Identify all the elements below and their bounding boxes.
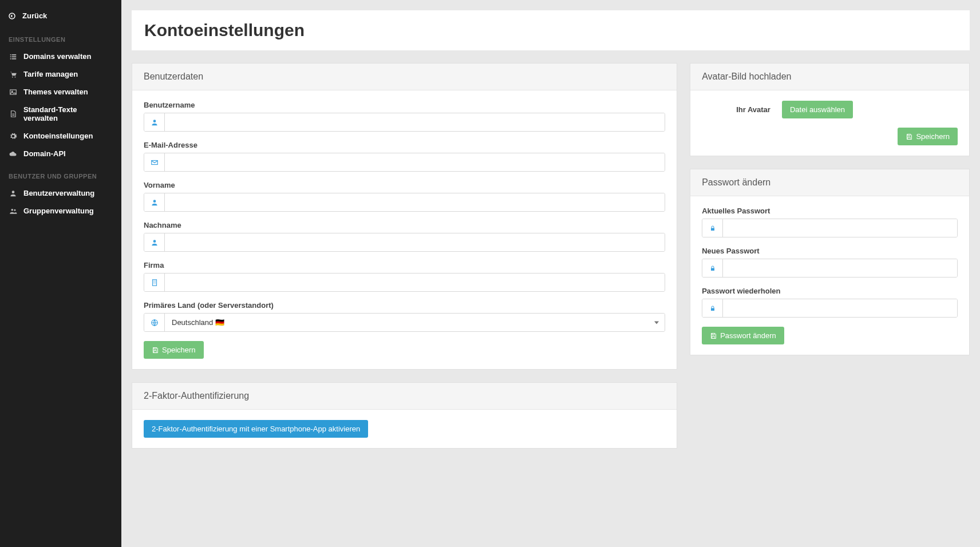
activate-2fa-button[interactable]: 2-Faktor-Authentifizierung mit einer Sma… <box>144 420 368 438</box>
activate-2fa-label: 2-Faktor-Authentifizierung mit einer Sma… <box>152 425 360 433</box>
current-password-label: Aktuelles Passwort <box>702 207 958 215</box>
change-password-label: Passwort ändern <box>720 331 776 340</box>
country-label: Primäres Land (oder Serverstandort) <box>144 301 665 310</box>
sidebar-section-users-groups: BENUTZER UND GRUPPEN <box>0 162 121 184</box>
sidebar-item-label: Standard-Texte verwalten <box>23 105 113 122</box>
sidebar-item-domain-api[interactable]: Domain-API <box>0 145 121 162</box>
sidebar-item-label: Benutzerverwaltung <box>23 189 94 197</box>
sidebar-item-label: Kontoeinstellungen <box>23 132 93 140</box>
twofa-panel: 2-Faktor-Authentifizierung 2-Faktor-Auth… <box>132 382 677 449</box>
page-title: Kontoeinstellungen <box>144 21 957 40</box>
sidebar-section-settings: EINSTELLUNGEN <box>0 26 121 47</box>
svg-rect-22 <box>908 134 910 136</box>
sidebar-item-texts[interactable]: Standard-Texte verwalten <box>0 101 121 127</box>
user-icon <box>144 193 165 211</box>
svg-rect-18 <box>152 279 156 286</box>
sidebar-item-label: Themes verwalten <box>23 88 88 96</box>
password-panel: Passwort ändern Aktuelles Passwort Neues… <box>690 169 970 355</box>
user-icon <box>144 113 165 131</box>
current-password-input[interactable] <box>723 219 957 237</box>
main-content: Kontoeinstellungen Benutzerdaten Benutze… <box>121 0 980 547</box>
change-password-button[interactable]: Passwort ändern <box>702 327 784 344</box>
cart-icon <box>9 70 18 78</box>
svg-rect-21 <box>154 350 156 352</box>
repeat-password-input[interactable] <box>723 299 957 317</box>
save-icon <box>710 332 717 339</box>
lastname-label: Nachname <box>144 221 665 229</box>
password-header: Passwort ändern <box>690 169 969 196</box>
firstname-input[interactable] <box>165 193 665 211</box>
repeat-password-label: Passwort wiederholen <box>702 287 958 295</box>
save-label: Speichern <box>162 346 196 354</box>
new-password-label: Neues Passwort <box>702 247 958 255</box>
save-avatar-label: Speichern <box>916 132 950 141</box>
back-link[interactable]: Zurück <box>0 6 121 26</box>
sidebar-item-user-management[interactable]: Benutzerverwaltung <box>0 184 121 202</box>
svg-rect-5 <box>10 58 11 59</box>
username-label: Benutzername <box>144 101 665 109</box>
svg-point-16 <box>153 200 156 203</box>
gear-icon <box>9 132 18 140</box>
svg-rect-26 <box>711 308 714 311</box>
arrow-left-icon <box>9 13 17 19</box>
sidebar-item-account-settings[interactable]: Kontoeinstellungen <box>0 127 121 145</box>
sidebar-item-group-management[interactable]: Gruppenverwaltung <box>0 202 121 220</box>
svg-rect-2 <box>12 54 17 55</box>
sidebar-item-domains[interactable]: Domains verwalten <box>0 47 121 65</box>
userdata-header: Benutzerdaten <box>132 64 677 90</box>
file-icon <box>9 110 18 118</box>
svg-point-11 <box>12 191 15 193</box>
save-icon <box>152 347 159 354</box>
svg-point-14 <box>153 120 156 122</box>
svg-rect-28 <box>712 336 714 338</box>
save-icon <box>906 133 912 140</box>
sidebar-item-label: Gruppenverwaltung <box>23 207 94 215</box>
svg-rect-4 <box>12 56 17 57</box>
svg-point-7 <box>12 76 13 77</box>
choose-file-button[interactable]: Datei auswählen <box>782 101 853 118</box>
page-header: Kontoeinstellungen <box>132 10 970 50</box>
sidebar-item-themes[interactable]: Themes verwalten <box>0 83 121 101</box>
save-avatar-button[interactable]: Speichern <box>898 128 958 145</box>
svg-point-12 <box>11 208 14 211</box>
sidebar-item-tariffs[interactable]: Tarife managen <box>0 65 121 83</box>
company-label: Firma <box>144 261 665 269</box>
avatar-header: Avatar-Bild hochladen <box>690 64 969 90</box>
lastname-input[interactable] <box>165 233 665 251</box>
lock-icon <box>702 299 723 317</box>
twofa-header: 2-Faktor-Authentifizierung <box>132 383 677 410</box>
image-icon <box>9 88 18 96</box>
firstname-label: Vorname <box>144 181 665 189</box>
lock-icon <box>702 259 723 277</box>
avatar-label: Ihr Avatar <box>736 105 770 114</box>
globe-icon <box>144 314 165 331</box>
company-input[interactable] <box>165 274 665 291</box>
svg-point-17 <box>153 240 156 243</box>
svg-rect-9 <box>10 89 17 94</box>
country-select[interactable]: Deutschland 🇩🇪 <box>165 314 665 331</box>
svg-rect-20 <box>154 347 156 349</box>
svg-rect-27 <box>712 333 714 335</box>
sidebar: Zurück EINSTELLUNGEN Domains verwalten T… <box>0 0 121 547</box>
user-icon <box>9 189 18 197</box>
svg-rect-3 <box>10 56 11 57</box>
svg-rect-24 <box>711 228 714 231</box>
avatar-panel: Avatar-Bild hochladen Ihr Avatar Datei a… <box>690 63 970 156</box>
sidebar-item-label: Domain-API <box>23 149 66 158</box>
sidebar-item-label: Domains verwalten <box>23 52 92 61</box>
cloud-icon <box>9 150 18 158</box>
choose-file-label: Datei auswählen <box>790 105 845 114</box>
username-input[interactable] <box>165 113 665 131</box>
users-icon <box>9 207 18 215</box>
envelope-icon <box>144 153 165 171</box>
save-userdata-button[interactable]: Speichern <box>144 341 204 359</box>
svg-rect-6 <box>12 58 17 59</box>
list-icon <box>9 53 18 61</box>
user-icon <box>144 233 165 251</box>
building-icon <box>144 274 165 291</box>
userdata-panel: Benutzerdaten Benutzername E-Mail-Adress… <box>132 63 677 370</box>
new-password-input[interactable] <box>723 259 957 277</box>
svg-point-13 <box>14 209 15 211</box>
svg-rect-1 <box>10 54 11 55</box>
email-input[interactable] <box>165 153 665 171</box>
